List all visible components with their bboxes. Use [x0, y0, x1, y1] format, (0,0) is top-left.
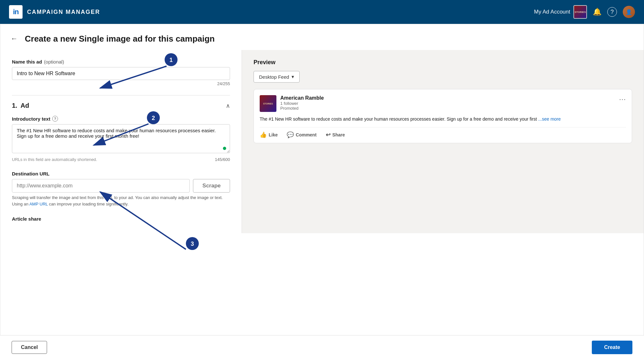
- intro-text-input[interactable]: The #1 New HR software to reduce costs a…: [12, 124, 230, 153]
- feed-select-label: Desktop Feed: [259, 74, 289, 80]
- header-title: CAMPAIGN MANAGER: [27, 9, 100, 15]
- divider-1: [12, 95, 230, 95]
- top-bar: ← Create a new Single image ad for this …: [0, 24, 644, 50]
- ad-name-section: Name this ad (optional) 24/255: [12, 59, 230, 86]
- ad-name-input[interactable]: [12, 67, 230, 80]
- article-share-label: Article share: [12, 216, 230, 222]
- preview-promoted: Promoted: [280, 106, 615, 111]
- preview-more-icon[interactable]: ···: [619, 95, 626, 104]
- feed-select-button[interactable]: Desktop Feed ▾: [254, 71, 300, 83]
- like-button[interactable]: 👍 Like: [260, 131, 278, 138]
- notification-bell-icon[interactable]: 🔔: [593, 8, 601, 16]
- create-button[interactable]: Create: [592, 341, 632, 354]
- like-label: Like: [269, 132, 278, 137]
- svg-text:3: 3: [191, 241, 194, 247]
- back-button[interactable]: ←: [9, 33, 19, 44]
- share-icon: ↩: [326, 131, 331, 138]
- user-avatar[interactable]: 👤: [623, 6, 635, 18]
- destination-url-label: Destination URL: [12, 171, 230, 176]
- collapse-icon[interactable]: ∧: [226, 102, 230, 109]
- cancel-button[interactable]: Cancel: [12, 341, 47, 354]
- scrape-hint: Scraping will transfer the image and tex…: [12, 194, 230, 207]
- page-container: ← Create a new Single image ad for this …: [0, 24, 644, 359]
- intro-text-char-count: 145/600: [215, 157, 230, 162]
- chevron-down-icon: ▾: [292, 74, 294, 80]
- amp-url-link[interactable]: AMP URL: [29, 202, 48, 206]
- svg-point-6: [186, 237, 199, 250]
- textarea-wrapper: The #1 New HR software to reduce costs a…: [12, 124, 230, 155]
- main-layout: 1 2 3: [0, 50, 644, 233]
- see-more-link[interactable]: ...see more: [538, 116, 561, 122]
- help-circle-icon[interactable]: ?: [607, 7, 617, 17]
- ad-section-header: 1. Ad ∧: [12, 102, 230, 109]
- intro-text-help-icon[interactable]: ?: [52, 116, 58, 122]
- avatar-icon: 👤: [626, 9, 632, 15]
- preview-actions: 👍 Like 💬 Comment ↩ Share: [260, 127, 626, 138]
- preview-profile-row: STORIES American Ramble 1 follower Promo…: [260, 95, 626, 112]
- bottom-bar: Cancel Create: [0, 335, 644, 359]
- comment-label: Comment: [296, 132, 317, 137]
- intro-text-label: Introductory text ?: [12, 116, 230, 122]
- section-title: 1. Ad: [12, 102, 29, 109]
- header-left: in CAMPAIGN MANAGER: [9, 5, 100, 19]
- account-thumbnail: STORIES: [573, 5, 587, 19]
- share-button[interactable]: ↩ Share: [326, 131, 345, 138]
- preview-avatar: STORIES: [260, 95, 276, 112]
- comment-button[interactable]: 💬 Comment: [287, 131, 317, 138]
- account-thumb-inner: STORIES: [574, 6, 586, 18]
- header-account: My Ad Account STORIES: [534, 5, 587, 19]
- right-panel: Preview Desktop Feed ▾ STORIES American …: [242, 50, 644, 233]
- scrape-button[interactable]: Scrape: [193, 179, 230, 193]
- preview-account-name: American Ramble: [280, 95, 615, 101]
- url-hint: URLs in this field are automatically sho…: [12, 157, 97, 162]
- header: in CAMPAIGN MANAGER My Ad Account STORIE…: [0, 0, 644, 24]
- linkedin-logo: in: [9, 5, 23, 19]
- preview-card: STORIES American Ramble 1 follower Promo…: [254, 89, 632, 143]
- comment-icon: 💬: [287, 131, 294, 138]
- ad-name-char-count: 24/255: [12, 81, 230, 86]
- share-label: Share: [332, 132, 345, 137]
- header-right: My Ad Account STORIES 🔔 ? 👤: [534, 5, 635, 19]
- left-panel: 1 2 3: [0, 50, 242, 233]
- destination-url-input[interactable]: [12, 179, 190, 193]
- preview-followers: 1 follower: [280, 101, 615, 106]
- textarea-status-dot: [223, 147, 226, 150]
- destination-url-section: Destination URL Scrape Scraping will tra…: [12, 171, 230, 207]
- page-title: Create a new Single image ad for this ca…: [25, 34, 215, 44]
- ad-name-label: Name this ad (optional): [12, 59, 230, 65]
- account-label: My Ad Account: [534, 9, 570, 15]
- destination-url-row: Scrape: [12, 179, 230, 193]
- intro-text-section: Introductory text ? The #1 New HR softwa…: [12, 116, 230, 162]
- preview-post-text: The #1 New HR software to reduce costs a…: [260, 116, 626, 123]
- like-icon: 👍: [260, 131, 267, 138]
- preview-name-block: American Ramble 1 follower Promoted: [280, 95, 615, 111]
- preview-title: Preview: [254, 59, 632, 66]
